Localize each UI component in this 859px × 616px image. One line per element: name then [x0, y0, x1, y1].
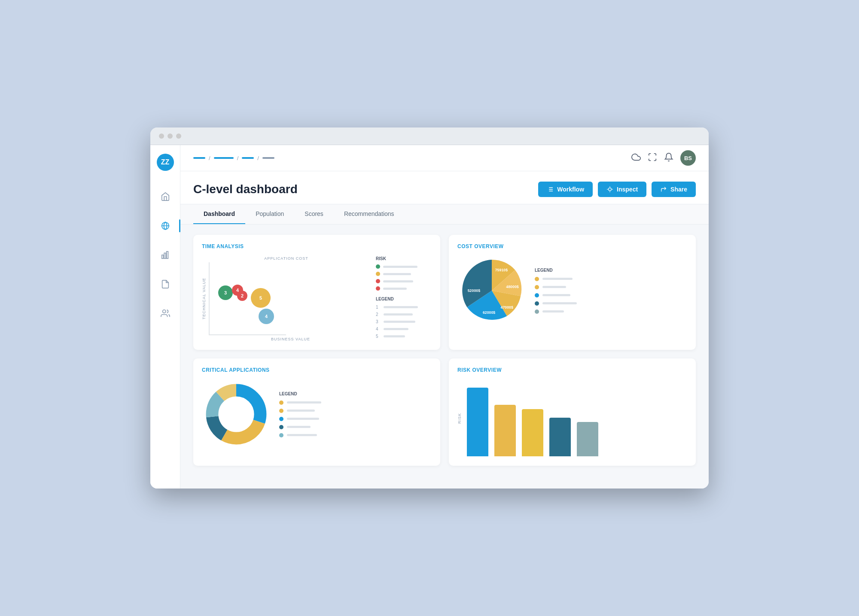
- cost-legend-dot-3: [535, 293, 539, 297]
- svg-rect-1: [161, 255, 163, 258]
- critical-applications-card: CRITICAL APPLICATIONS: [193, 358, 440, 466]
- legend-bar-1: [384, 306, 418, 308]
- inspect-button[interactable]: Inspect: [598, 182, 646, 197]
- legend-title: LEGEND: [376, 297, 432, 301]
- app-logo[interactable]: ZZ: [157, 154, 174, 171]
- risk-line-1: [383, 266, 417, 268]
- bubble-5: 5: [251, 288, 271, 308]
- sidebar-item-users[interactable]: [157, 305, 174, 322]
- critical-legend-item-5: [279, 433, 321, 437]
- tab-population[interactable]: Population: [245, 204, 294, 224]
- bubble-3: 3: [218, 285, 233, 300]
- risk-overview-card: RISK OVERVIEW RISK: [449, 358, 696, 466]
- traffic-light-close[interactable]: [159, 134, 164, 139]
- tab-recommendations[interactable]: Recommendations: [334, 204, 405, 224]
- critical-legend-dot-4: [279, 425, 283, 429]
- critical-legend-dot-3: [279, 417, 283, 421]
- risk-item-4: [376, 286, 432, 291]
- breadcrumb: / / /: [193, 155, 274, 161]
- bubble-4b: 4: [259, 309, 274, 324]
- critical-applications-title: CRITICAL APPLICATIONS: [202, 367, 432, 373]
- risk-item-2: [376, 272, 432, 276]
- cost-legend-line-3: [542, 294, 570, 296]
- breadcrumb-sep-2: /: [237, 155, 239, 161]
- cost-legend-items: [535, 277, 577, 314]
- sidebar-item-documents[interactable]: [157, 276, 174, 293]
- cost-legend-item-3: [535, 293, 577, 297]
- critical-legend-item-3: [279, 417, 321, 421]
- tabs-bar: Dashboard Population Scores Recommendati…: [180, 204, 709, 225]
- critical-applications-content: LEGEND: [202, 380, 432, 449]
- bar-2: [494, 380, 516, 456]
- bar-1: [467, 380, 488, 456]
- legend-items: 1 2 3: [376, 305, 432, 339]
- cost-legend-line-1: [542, 278, 573, 280]
- risk-legend-area: RISK: [376, 256, 432, 341]
- cost-legend-dot-5: [535, 310, 539, 314]
- workflow-button[interactable]: Workflow: [538, 182, 593, 197]
- bar-fill-4: [549, 418, 571, 456]
- cost-overview-content: 75910$ 48000$ 47000$ 62000$ 52000$ LEGEN…: [457, 256, 687, 325]
- cost-pie-container: 75910$ 48000$ 47000$ 62000$ 52000$: [457, 256, 526, 325]
- donut-chart: [202, 380, 271, 449]
- risk-dot-4: [376, 286, 380, 291]
- user-avatar[interactable]: BS: [680, 150, 696, 166]
- risk-section-title: RISK: [376, 256, 432, 261]
- sidebar-item-home[interactable]: [157, 188, 174, 205]
- critical-legend-line-5: [287, 434, 317, 436]
- risk-overview-title: RISK OVERVIEW: [457, 367, 687, 373]
- legend-bar-4: [384, 328, 408, 330]
- bar-fill-5: [577, 422, 598, 456]
- dashboard-grid: TIME ANALYSIS APPLICATION COST TECHNICAL…: [180, 225, 709, 476]
- risk-dot-3: [376, 279, 380, 283]
- bar-fill-1: [467, 388, 488, 456]
- risk-items: [376, 264, 432, 291]
- cost-legend-item-5: [535, 310, 577, 314]
- tab-scores[interactable]: Scores: [294, 204, 334, 224]
- traffic-light-minimize[interactable]: [168, 134, 173, 139]
- page-title: C-level dashboard: [193, 182, 298, 196]
- cost-legend-item-1: [535, 277, 577, 281]
- page-header: C-level dashboard Workflow: [180, 171, 709, 204]
- cost-legend-item-4: [535, 301, 577, 306]
- inspect-icon: [606, 186, 613, 193]
- critical-legend-line-1: [287, 401, 321, 404]
- cost-legend-line-4: [542, 302, 577, 304]
- traffic-light-maximize[interactable]: [176, 134, 181, 139]
- svg-rect-2: [164, 253, 166, 258]
- y-axis-label: TECHNICAL VALUE: [202, 278, 206, 319]
- risk-item-1: [376, 264, 432, 269]
- breadcrumb-segment-4: [262, 157, 274, 159]
- share-button[interactable]: Share: [652, 182, 696, 197]
- browser-body: ZZ: [150, 145, 709, 489]
- sidebar: ZZ: [150, 145, 180, 489]
- bar-4: [549, 380, 571, 456]
- critical-legend-item-4: [279, 425, 321, 429]
- cost-legend-item-2: [535, 285, 577, 289]
- tab-dashboard[interactable]: Dashboard: [193, 204, 245, 224]
- sidebar-item-globe[interactable]: [157, 217, 174, 234]
- browser-window: ZZ: [150, 127, 709, 489]
- legend-num-2: 2: [376, 312, 381, 317]
- bar-5: [577, 380, 598, 456]
- bell-icon[interactable]: [664, 152, 673, 164]
- breadcrumb-segment-3: [242, 157, 254, 159]
- workflow-icon: [547, 186, 554, 193]
- risk-y-axis: RISK: [457, 413, 462, 424]
- critical-legend-line-3: [287, 418, 319, 420]
- breadcrumb-segment-1: [193, 157, 205, 159]
- svg-text:52000$: 52000$: [468, 288, 480, 293]
- sidebar-item-analytics[interactable]: [157, 246, 174, 264]
- time-analysis-card: TIME ANALYSIS APPLICATION COST TECHNICAL…: [193, 235, 440, 350]
- critical-legend: LEGEND: [279, 391, 321, 437]
- svg-point-11: [609, 188, 612, 191]
- cloud-icon[interactable]: [631, 152, 641, 164]
- cost-pie-chart: 75910$ 48000$ 47000$ 62000$ 52000$: [457, 256, 526, 325]
- cost-overview-card: COST OVERVIEW: [449, 235, 696, 350]
- risk-item-3: [376, 279, 432, 283]
- fullscreen-icon[interactable]: [648, 152, 657, 164]
- bubble-2: 2: [237, 291, 247, 301]
- legend-row-1: 1: [376, 305, 432, 310]
- breadcrumb-sep-1: /: [209, 155, 210, 161]
- risk-line-4: [383, 288, 407, 290]
